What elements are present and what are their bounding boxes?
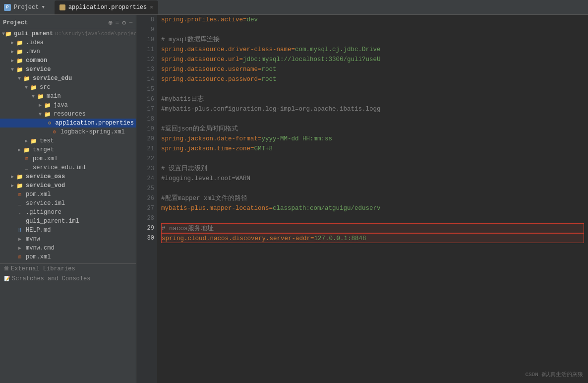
tree-item-resources[interactable]: ▼ 📁 resources xyxy=(0,110,136,119)
tree-item-application-properties[interactable]: ▶ ⚙ application.properties xyxy=(0,119,136,128)
help-md-label: HELP.md xyxy=(26,227,51,234)
line-numbers: 8 9 10 11 12 13 14 15 16 17 18 19 20 21 … xyxy=(136,15,157,383)
code-content[interactable]: spring.profiles.active=dev # mysql数据库连接 … xyxy=(157,15,588,383)
idea-arrow: ▶ xyxy=(9,40,16,46)
code-line-24: #logging.level.root=WARN xyxy=(161,174,584,184)
tree-item-idea[interactable]: ▶ 📁 .idea xyxy=(0,38,136,47)
tree-item-java[interactable]: ▶ 📁 java xyxy=(0,101,136,110)
main-area: Project ⊕ ≡ ⚙ − ▼ 📁 guli_parent D:\study… xyxy=(0,15,588,383)
tree-item-help-md[interactable]: ▶ H HELP.md xyxy=(0,226,136,235)
test-arrow: ▶ xyxy=(23,138,30,144)
logback-label: logback-spring.xml xyxy=(60,128,125,135)
service-arrow: ▼ xyxy=(9,67,16,72)
pom-service-icon: m xyxy=(16,191,24,198)
line-num-25: 25 xyxy=(147,184,154,193)
root-label: guli_parent xyxy=(14,30,53,37)
collapse-icon[interactable]: ≡ xyxy=(116,19,119,27)
tree-item-gitignore[interactable]: ▶ . .gitignore xyxy=(0,208,136,217)
service-vod-arrow: ▶ xyxy=(9,183,16,189)
tree-item-service-edu[interactable]: ▼ 📁 service_edu xyxy=(0,74,136,83)
line-num-27: 27 xyxy=(147,203,154,213)
tree-item-pom-edu[interactable]: ▶ m pom.xml xyxy=(0,154,136,163)
sidebar-external-libraries[interactable]: 🏛 External Libraries xyxy=(0,264,136,274)
tab-close-button[interactable]: × xyxy=(150,4,153,10)
app-props-label: application.properties xyxy=(56,120,134,127)
service-vod-label: service_vod xyxy=(26,182,65,189)
sync-icon[interactable]: ⊕ xyxy=(109,19,113,27)
code-line-15 xyxy=(161,84,584,94)
main-label: main xyxy=(47,93,61,100)
tree-item-test[interactable]: ▶ 📁 test xyxy=(0,136,136,145)
scratches-icon: 📝 xyxy=(4,276,10,282)
pom-root-label: pom.xml xyxy=(26,254,51,260)
pom-service-label: pom.xml xyxy=(26,191,51,198)
code-line-25 xyxy=(161,184,584,193)
tree-item-common[interactable]: ▶ 📁 common xyxy=(0,56,136,65)
project-label: Project xyxy=(14,4,39,11)
tab-application-properties[interactable]: application.properties × xyxy=(55,0,158,14)
test-label: test xyxy=(40,137,54,144)
line-num-18: 18 xyxy=(147,114,154,124)
mvnw-cmd-icon: ▶ xyxy=(16,245,24,252)
app-props-icon: ⚙ xyxy=(46,120,54,127)
service-oss-label: service_oss xyxy=(26,173,65,180)
mvn-folder-icon: 📁 xyxy=(16,48,24,55)
tree-root[interactable]: ▼ 📁 guli_parent D:\study\java\code\proje… xyxy=(0,29,136,38)
line-num-8: 8 xyxy=(151,15,154,25)
line-num-29: 29 xyxy=(147,223,154,233)
service-iml-icon: _ xyxy=(16,200,24,207)
service-edu-iml-label: service_edu.iml xyxy=(33,164,86,171)
line-num-22: 22 xyxy=(147,154,154,164)
tree-item-guli-parent-iml[interactable]: ▶ _ guli_parent.iml xyxy=(0,217,136,226)
line-num-26: 26 xyxy=(147,193,154,203)
code-editor[interactable]: 8 9 10 11 12 13 14 15 16 17 18 19 20 21 … xyxy=(136,15,588,383)
tree-item-target[interactable]: ▶ 📁 target xyxy=(0,145,136,154)
service-folder-icon: 📁 xyxy=(16,66,24,73)
tree-item-service-iml[interactable]: ▶ _ service.iml xyxy=(0,199,136,208)
tab-label: application.properties xyxy=(68,4,147,11)
tree-item-service-edu-iml[interactable]: ▶ _ service_edu.iml xyxy=(0,163,136,172)
external-libraries-label: External Libraries xyxy=(11,265,75,272)
code-line-26: #配置mapper xml文件的路径 xyxy=(161,193,584,203)
src-folder-icon: 📁 xyxy=(30,84,38,91)
tree-item-mvnw[interactable]: ▶ ▶ mvnw xyxy=(0,235,136,244)
pom-root-icon: m xyxy=(16,254,24,260)
target-label: target xyxy=(33,146,54,153)
tree-item-main[interactable]: ▼ 📁 main xyxy=(0,92,136,101)
java-label: java xyxy=(54,102,68,109)
sidebar-scratches[interactable]: 📝 Scratches and Consoles xyxy=(0,274,136,284)
code-line-16: #mybatis日志 xyxy=(161,94,584,104)
project-icon: P xyxy=(4,4,11,11)
tree-item-service-oss[interactable]: ▶ 📁 service_oss xyxy=(0,172,136,181)
common-arrow: ▶ xyxy=(9,58,16,64)
tree-item-pom-service[interactable]: ▶ m pom.xml xyxy=(0,190,136,199)
mvnw-icon: ▶ xyxy=(16,236,24,243)
mvn-arrow: ▶ xyxy=(9,49,16,55)
tree-item-logback[interactable]: ▶ ⚙ logback-spring.xml xyxy=(0,128,136,136)
project-header: P Project ▼ xyxy=(4,4,45,11)
root-folder-icon: 📁 xyxy=(5,30,12,37)
editor-tabs: application.properties × xyxy=(55,0,158,14)
tree-item-mvn[interactable]: ▶ 📁 .mvn xyxy=(0,47,136,56)
title-bar: P Project ▼ application.properties × xyxy=(0,0,588,15)
service-iml-label: service.iml xyxy=(26,200,65,207)
tree-item-mvnw-cmd[interactable]: ▶ ▶ mvnw.cmd xyxy=(0,244,136,253)
code-line-9 xyxy=(161,25,584,35)
code-line-30: spring.cloud.nacos.discovery.server-addr… xyxy=(161,233,584,243)
tree-item-service[interactable]: ▼ 📁 service xyxy=(0,65,136,74)
line-num-10: 10 xyxy=(147,35,154,45)
tree-item-pom-root[interactable]: ▶ m pom.xml xyxy=(0,253,136,261)
project-dropdown[interactable]: ▼ xyxy=(42,5,44,10)
settings-icon[interactable]: ⚙ xyxy=(122,19,126,27)
tree-item-service-vod[interactable]: ▶ 📁 service_vod xyxy=(0,181,136,190)
java-folder-icon: 📁 xyxy=(44,102,52,109)
line-num-11: 11 xyxy=(147,45,154,55)
resources-arrow: ▼ xyxy=(37,112,44,117)
line-num-14: 14 xyxy=(147,74,154,84)
pom-edu-label: pom.xml xyxy=(33,155,58,162)
code-line-17: #mybatis-plus.configuration.log-impl=org… xyxy=(161,104,584,114)
tree-item-src[interactable]: ▼ 📁 src xyxy=(0,83,136,92)
code-line-12: spring.datasource.url=jdbc:mysql://local… xyxy=(161,55,584,64)
hide-icon[interactable]: − xyxy=(129,19,133,27)
line-num-17: 17 xyxy=(147,104,154,114)
